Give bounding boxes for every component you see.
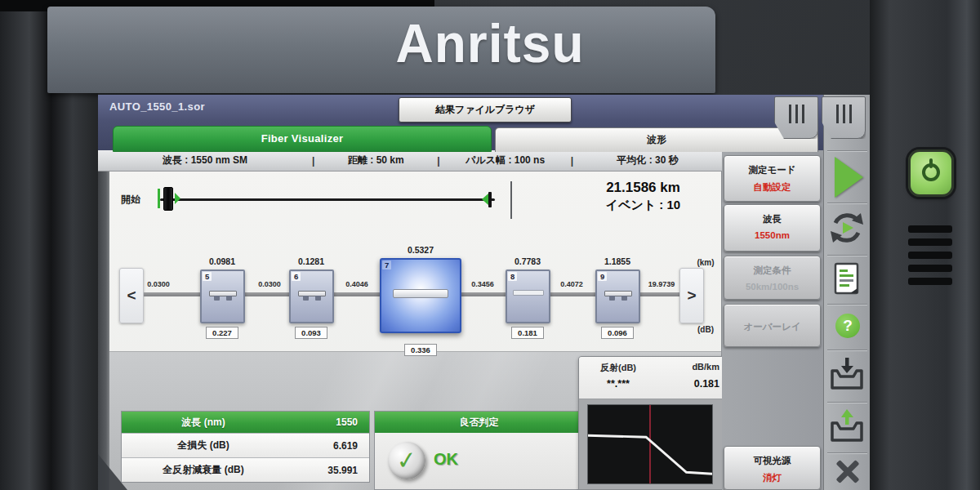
splice-icon bbox=[513, 290, 544, 296]
segment-loss: 0.3456 bbox=[458, 280, 507, 288]
event-loss: 0.093 bbox=[278, 324, 344, 339]
connector-icon bbox=[604, 288, 632, 300]
info-averaging: 平均化 : 30 秒 bbox=[573, 154, 722, 167]
segment-loss: 0.4046 bbox=[332, 280, 381, 288]
scroll-events-left-button[interactable]: < bbox=[119, 268, 144, 323]
judgement-result: OK bbox=[434, 450, 458, 469]
event-7-marker-selected[interactable]: 7 bbox=[380, 258, 461, 333]
event-distance: 1.1855 bbox=[585, 256, 650, 266]
info-distance: 距離 : 50 km bbox=[314, 154, 437, 167]
info-wavelength: 波長 : 1550 nm SM bbox=[98, 154, 312, 167]
slider-end-marker bbox=[482, 194, 488, 205]
mini-trace-panel: 反射(dB) dB/km **.*** 0.181 bbox=[578, 356, 728, 490]
measure-mode-button[interactable]: 測定モード 自動設定 bbox=[724, 155, 821, 202]
result-file-browser-button[interactable]: 結果ファイルブラウザ bbox=[399, 97, 572, 122]
connector-icon bbox=[298, 288, 326, 300]
segment-loss: 0.4072 bbox=[547, 280, 596, 288]
cursor-distance: 21.1586 km bbox=[555, 180, 731, 196]
check-circle-icon: ✓ bbox=[386, 440, 428, 482]
event-distance: 0.5327 bbox=[388, 245, 453, 255]
event-loss: 0.096 bbox=[585, 324, 650, 339]
event-loss: 0.336 bbox=[388, 341, 453, 356]
mini-trace-graph bbox=[587, 404, 713, 484]
table-row-total-loss: 全損失 (dB) 6.619 bbox=[122, 433, 369, 457]
event-distance: 0.1281 bbox=[278, 256, 344, 266]
tab-waveform[interactable]: 波形 bbox=[495, 127, 818, 152]
load-file-icon[interactable] bbox=[829, 407, 865, 444]
measurement-info-bar: 波長 : 1550 nm SM | 距離 : 50 km | パルス幅 : 10… bbox=[98, 150, 722, 172]
pass-fail-header: 良否判定 bbox=[375, 412, 583, 433]
brand-logo: Anritsu bbox=[114, 12, 866, 75]
touchscreen: AUTO_1550_1.sor 結果ファイルブラウザ 測定モード 自動設定 波長… bbox=[98, 95, 870, 490]
event-9-marker[interactable]: 9 bbox=[595, 270, 640, 323]
current-file-name: AUTO_1550_1.sor bbox=[109, 100, 205, 113]
segment-loss: 0.0300 bbox=[245, 280, 294, 288]
slope-label: dB/km bbox=[657, 362, 719, 374]
connector-icon bbox=[209, 288, 237, 300]
wavelength-button[interactable]: 波長 1550nm bbox=[724, 204, 821, 252]
measure-conditions-button[interactable]: 測定条件 50km/100ns bbox=[724, 256, 821, 300]
repeat-measurement-icon[interactable] bbox=[828, 209, 866, 247]
action-icon-rail: ? bbox=[823, 95, 870, 490]
help-icon[interactable]: ? bbox=[835, 314, 860, 338]
device-bezel: Anritsu AUTO_1550_1.sor 結果ファイルブラウザ 測定モード… bbox=[0, 0, 980, 490]
cursor-slider-track[interactable] bbox=[160, 198, 495, 201]
panel-left-edge bbox=[98, 172, 109, 490]
softkey-sidebar: 測定モード 自動設定 波長 1550nm 測定条件 50km/100ns オーバ… bbox=[722, 150, 823, 490]
event-6-marker[interactable]: 6 bbox=[289, 270, 334, 323]
divider bbox=[510, 181, 512, 219]
segment-loss: 0.0300 bbox=[134, 280, 183, 288]
event-distance: 0.0981 bbox=[189, 256, 255, 266]
summary-table: 波長 (nm) 1550 全損失 (dB) 6.619 全反射減衰量 (dB) … bbox=[121, 411, 370, 483]
save-file-icon[interactable] bbox=[829, 354, 865, 392]
start-measurement-icon[interactable] bbox=[835, 157, 863, 198]
table-row-total-return-loss: 全反射減衰量 (dB) 35.991 bbox=[122, 457, 369, 482]
overlay-button[interactable]: オーバーレイ bbox=[724, 304, 821, 347]
summary-table-header: 波長 (nm) 1550 bbox=[122, 412, 369, 433]
splice-icon bbox=[393, 289, 448, 298]
cursor-readout: 21.1586 km イベント : 10 bbox=[555, 180, 731, 213]
drawer-handle-right[interactable] bbox=[822, 96, 866, 139]
event-5-marker[interactable]: 5 bbox=[200, 270, 245, 323]
reflection-value: **.*** bbox=[579, 378, 657, 390]
event-distance: 0.7783 bbox=[495, 256, 560, 266]
info-pulse-width: パルス幅 : 100 ns bbox=[440, 154, 571, 167]
cursor-slider-handle[interactable] bbox=[163, 187, 173, 211]
event-loss: 0.181 bbox=[495, 324, 560, 339]
start-cursor-label: 開始 bbox=[121, 193, 140, 207]
slope-value: 0.181 bbox=[657, 378, 719, 390]
scroll-events-right-button[interactable]: > bbox=[679, 268, 704, 323]
reflection-label: 反射(dB) bbox=[579, 362, 657, 374]
speaker-grille bbox=[908, 225, 952, 289]
event-loss: 0.227 bbox=[189, 324, 255, 339]
event-8-marker[interactable]: 8 bbox=[506, 270, 550, 323]
close-icon[interactable] bbox=[834, 457, 862, 485]
unit-db-label: (dB) bbox=[688, 325, 724, 334]
visible-light-source-button[interactable]: 可視光源 消灯 bbox=[724, 446, 821, 490]
power-button[interactable] bbox=[908, 149, 954, 197]
unit-km-label: (km) bbox=[688, 258, 724, 267]
tab-fiber-visualizer[interactable]: Fiber Visualizer bbox=[113, 126, 492, 152]
segment-loss: 19.9739 bbox=[637, 280, 686, 288]
pass-fail-panel: 良否判定 ✓ OK bbox=[374, 411, 584, 490]
drawer-handle-left[interactable] bbox=[774, 96, 818, 139]
event-count: イベント : 10 bbox=[555, 198, 731, 213]
report-icon[interactable] bbox=[832, 261, 862, 297]
